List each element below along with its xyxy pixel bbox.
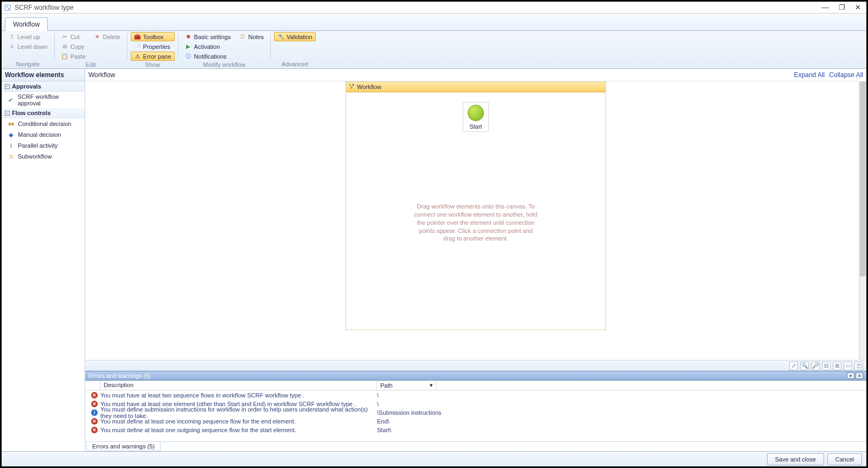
error-pane-title: Errors and warnings (5) — [88, 372, 151, 379]
workflow-header: Workflow — [346, 82, 605, 92]
zoom-reset-button[interactable]: ⊟ — [822, 362, 831, 370]
minimize-button[interactable]: — — [822, 3, 829, 11]
svg-line-8 — [352, 85, 353, 88]
properties-icon: 📄 — [134, 43, 141, 50]
element-manual-decision[interactable]: ◆Manual decision — [2, 129, 85, 140]
error-icon: ✕ — [88, 392, 100, 399]
error-path: \ — [377, 392, 379, 399]
zoom-tool-6[interactable]: ▭ — [844, 362, 852, 370]
activation-icon: ▶ — [185, 43, 192, 50]
maximize-button[interactable]: ❐ — [839, 3, 845, 11]
title-bar: SCRF workflow type — ❐ ✕ — [2, 2, 866, 14]
workflow-canvas[interactable]: Workflow Start Drag workflow elements on… — [85, 81, 866, 360]
delete-icon: ✕ — [94, 33, 101, 40]
sort-icon: ▾ — [430, 382, 433, 389]
expand-all-link[interactable]: Expand All — [794, 71, 825, 79]
info-icon: i — [88, 409, 100, 416]
error-icon: ✕ — [88, 401, 100, 407]
error-icon: ✕ — [88, 418, 100, 425]
validation-icon: 🔧 — [277, 33, 284, 40]
error-path: \ — [377, 401, 379, 407]
group-header-flow-controls[interactable]: − Flow controls — [2, 108, 85, 118]
error-pane-headers: Description Path▾ — [85, 381, 866, 390]
level-down-button[interactable]: ⇩Level down — [5, 42, 51, 51]
notes-button[interactable]: 🗒Notes — [235, 32, 267, 41]
zoom-out-button[interactable]: 🔎 — [811, 362, 820, 370]
error-path: \Submission instructions — [377, 409, 442, 416]
notifications-button[interactable]: ⓘNotifications — [182, 52, 234, 61]
header-description[interactable]: Description — [100, 381, 377, 390]
error-pane-button[interactable]: ⚠Error pane — [131, 52, 175, 61]
error-pane-tab[interactable]: Errors and warnings (5) — [86, 442, 161, 451]
error-row[interactable]: ✕You must have at least two sequence flo… — [85, 391, 866, 400]
cancel-button[interactable]: Cancel — [827, 453, 862, 465]
element-subworkflow[interactable]: ⧈Subworkflow — [2, 151, 85, 162]
copy-button: ⧉Copy — [58, 42, 89, 51]
level-up-icon: ⇧ — [8, 33, 15, 40]
error-row[interactable]: ✕You must define at least one outgoing s… — [85, 426, 866, 434]
error-pane-body: ✕You must have at least two sequence flo… — [85, 390, 866, 441]
group-header-approvals[interactable]: − Approvals — [2, 81, 85, 92]
subworkflow-icon: ⧈ — [7, 153, 15, 160]
error-description: You must define submission instructions … — [100, 406, 377, 419]
basic-settings-icon: ✱ — [185, 33, 192, 40]
save-and-close-button[interactable]: Save and close — [767, 453, 824, 465]
start-node-label: Start — [469, 123, 482, 130]
breadcrumb[interactable]: Workflow — [88, 71, 115, 79]
cut-button: ✂Cut — [58, 32, 89, 41]
toolbox-button[interactable]: 🧰Toolbox — [131, 32, 175, 41]
paste-icon: 📋 — [61, 53, 68, 60]
toolbox-icon: 🧰 — [134, 33, 141, 40]
group-label-modify: Modify workflow — [182, 61, 267, 69]
scrollbar-thumb[interactable] — [860, 81, 866, 276]
close-button[interactable]: ✕ — [855, 3, 861, 11]
activation-button[interactable]: ▶Activation — [182, 42, 234, 51]
error-path: Start\ — [377, 427, 391, 433]
tab-workflow[interactable]: Workflow — [5, 17, 48, 31]
workflow-elements-panel: Workflow elements − Approvals ✔SCRF work… — [2, 69, 85, 451]
notes-icon: 🗒 — [239, 33, 246, 40]
level-up-button[interactable]: ⇧Level up — [5, 32, 51, 41]
error-description: You must define at least one incoming se… — [100, 418, 377, 425]
level-down-icon: ⇩ — [8, 43, 15, 50]
workflow-container[interactable]: Workflow Start Drag workflow elements on… — [346, 81, 606, 330]
properties-button[interactable]: 📄Properties — [131, 42, 175, 51]
error-pane-title-bar: Errors and warnings (5) ▾ ✕ — [85, 371, 866, 381]
approval-icon: ✔ — [7, 96, 15, 104]
error-pane-icon: ⚠ — [134, 53, 141, 60]
parallel-icon: ⫴ — [7, 142, 15, 149]
error-icon: ✕ — [88, 427, 100, 433]
start-node[interactable]: Start — [463, 102, 489, 132]
breadcrumb-bar: Workflow Expand All Collapse All — [85, 69, 866, 81]
cut-icon: ✂ — [61, 33, 68, 40]
error-pane-close-button[interactable]: ✕ — [856, 372, 863, 379]
validation-button[interactable]: 🔧Validation — [274, 32, 316, 41]
content-area: Workflow Expand All Collapse All Workflo… — [85, 69, 866, 451]
collapse-icon: − — [5, 111, 10, 116]
header-path[interactable]: Path▾ — [377, 381, 437, 390]
error-row[interactable]: iYou must define submission instructions… — [85, 408, 866, 417]
basic-settings-button[interactable]: ✱Basic settings — [182, 32, 234, 41]
zoom-in-button[interactable]: 🔍 — [800, 362, 809, 370]
vertical-scrollbar[interactable] — [859, 81, 866, 360]
element-conditional-decision[interactable]: ⧓Conditional decision — [2, 118, 85, 129]
error-description: You must define at least one outgoing se… — [100, 427, 377, 433]
canvas-hint: Drag workflow elements onto this canvas.… — [413, 203, 538, 243]
element-scrf-approval[interactable]: ✔SCRF workflow approval — [2, 92, 85, 108]
svg-line-7 — [350, 85, 352, 88]
zoom-tool-1[interactable]: ⤢ — [789, 362, 798, 370]
error-row[interactable]: ✕You must define at least one incoming s… — [85, 417, 866, 426]
error-pane-dropdown-button[interactable]: ▾ — [847, 372, 854, 379]
workflow-body[interactable]: Start Drag workflow elements onto this c… — [346, 92, 605, 330]
paste-button: 📋Paste — [58, 52, 89, 61]
window-title: SCRF workflow type — [15, 4, 74, 11]
error-pane-tabs: Errors and warnings (5) — [85, 441, 866, 451]
collapse-all-link[interactable]: Collapse All — [829, 71, 863, 79]
zoom-tool-7[interactable]: ◫ — [854, 362, 863, 370]
element-parallel-activity[interactable]: ⫴Parallel activity — [2, 140, 85, 151]
group-label-navigate: Navigate — [5, 60, 51, 68]
dialog-footer: Save and close Cancel — [2, 451, 866, 466]
copy-icon: ⧉ — [61, 43, 68, 50]
fit-window-button[interactable]: ⊞ — [833, 362, 841, 370]
group-label-show: Show — [131, 61, 175, 69]
